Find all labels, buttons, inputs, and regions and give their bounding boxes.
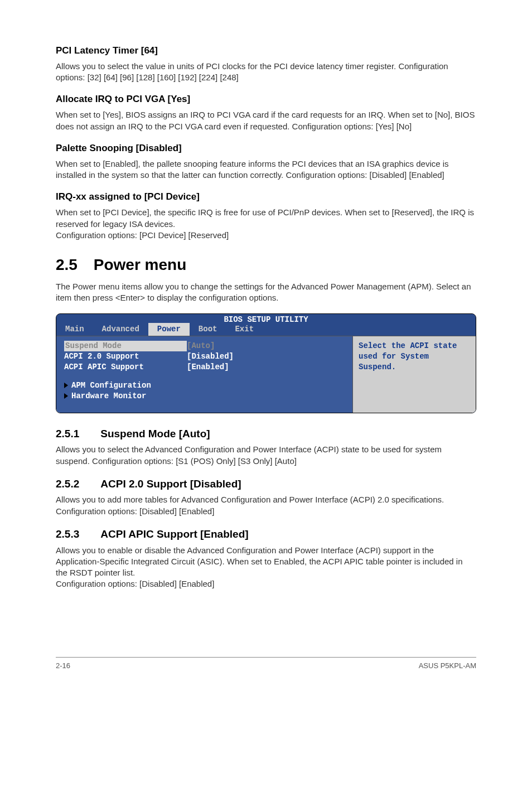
bios-row-acpiapic[interactable]: ACPI APIC Support [Enabled] [64,362,345,373]
section-title: PCI Latency Timer [64] [56,45,476,57]
subsection-heading: 2.5.1 Suspend Mode [Auto] [56,427,476,441]
bios-row-suspend[interactable]: Suspend Mode [Auto] [64,341,345,351]
bios-header: BIOS SETUP UTILITY Main Advanced Power B… [56,314,476,336]
heading-title: Power menu [94,256,186,273]
bios-tab-boot[interactable]: Boot [190,323,226,336]
bios-row-value: [Enabled] [187,362,229,373]
subsection-heading: 2.5.3 ACPI APIC Support [Enabled] [56,527,476,542]
section-body: When set to [PCI Device], the specific I… [56,207,476,241]
main-body: The Power menu items allow you to change… [56,281,476,304]
bios-row-value: [Disabled] [187,351,234,362]
subsection-body: Allows you to add more tables for Advanc… [56,494,476,517]
main-heading: 2.5 Power menu [56,254,476,276]
heading-number: 2.5 [56,254,89,276]
bios-left-pane: Suspend Mode [Auto] ACPI 2.0 Support [Di… [56,336,353,412]
bios-row-label: ACPI 2.0 Support [64,351,187,362]
subsection-title: ACPI APIC Support [Enabled] [100,527,248,542]
section-title: IRQ-xx assigned to [PCI Device] [56,191,476,204]
bios-row-acpi20[interactable]: ACPI 2.0 Support [Disabled] [64,351,345,362]
bios-screenshot: BIOS SETUP UTILITY Main Advanced Power B… [56,313,476,413]
bios-body: Suspend Mode [Auto] ACPI 2.0 Support [Di… [56,336,476,412]
section-title: Allocate IRQ to PCI VGA [Yes] [56,93,476,106]
bios-row-label: ACPI APIC Support [64,362,187,373]
triangle-icon [64,383,68,388]
subsection-number: 2.5.3 [56,527,79,542]
bios-tab-advanced[interactable]: Advanced [93,323,148,336]
submenu-label: Hardware Monitor [71,392,146,400]
section-body: When set to [Enabled], the pallete snoop… [56,158,476,181]
bios-tab-main[interactable]: Main [56,323,93,336]
bios-row-value: [Auto] [187,341,215,351]
bios-submenu-hwmon[interactable]: Hardware Monitor [64,391,345,402]
subsection-number: 2.5.2 [56,477,79,491]
footer-product: ASUS P5KPL-AM [419,661,476,671]
subsection-number: 2.5.1 [56,427,79,441]
page-number: 2-16 [56,661,70,671]
section-body: Allows you to select the value in units … [56,61,476,84]
section-title: Palette Snooping [Disabled] [56,142,476,155]
subsection-title: ACPI 2.0 Support [Disabled] [100,477,241,491]
triangle-icon [64,393,68,399]
section-body: When set to [Yes], BIOS assigns an IRQ t… [56,109,476,132]
bios-help-pane: Select the ACPI state used for System Su… [353,336,476,412]
subsection-heading: 2.5.2 ACPI 2.0 Support [Disabled] [56,477,476,491]
bios-help-text: Select the ACPI state used for System Su… [359,341,457,371]
subsection-body: Allows you to enable or disable the Adva… [56,545,476,590]
bios-title: BIOS SETUP UTILITY [224,315,308,325]
submenu-label: APM Configuration [71,381,151,390]
bios-row-label: Suspend Mode [64,341,187,351]
bios-submenu-apm[interactable]: APM Configuration [64,380,345,391]
page-footer: 2-16 ASUS P5KPL-AM [56,657,476,671]
subsection-title: Suspend Mode [Auto] [100,427,210,441]
bios-tab-power[interactable]: Power [148,323,190,336]
subsection-body: Allows you to select the Advanced Config… [56,444,476,467]
